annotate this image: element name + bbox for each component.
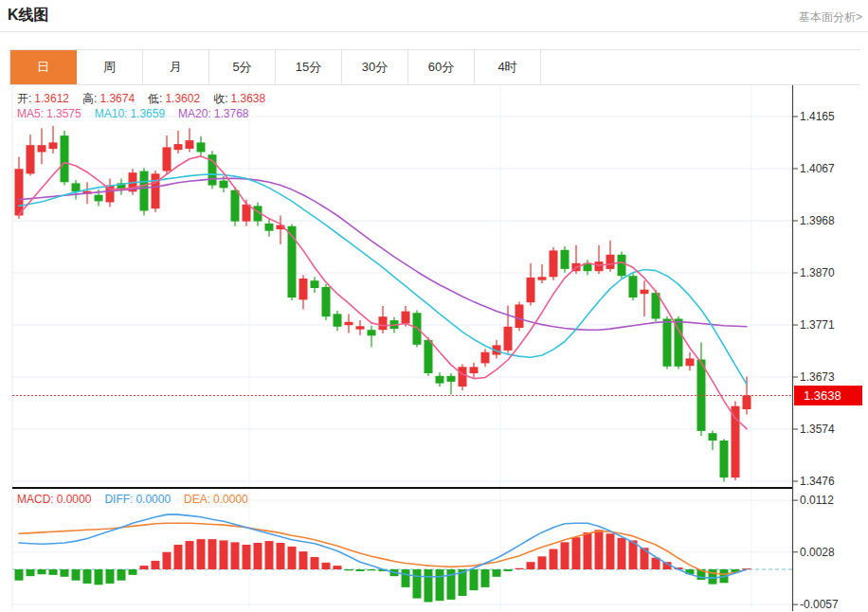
legend-macd-label: MACD:: [17, 493, 54, 506]
legend-macd-value: 0.0000: [213, 493, 248, 506]
candle: [334, 314, 342, 326]
candle: [311, 280, 319, 288]
candle: [61, 135, 69, 182]
macd-bar: [356, 569, 365, 571]
candle: [299, 279, 308, 299]
tab-周[interactable]: 周: [77, 50, 143, 84]
candle: [515, 304, 524, 328]
macd-bar: [49, 569, 58, 575]
macd-bar: [208, 539, 217, 569]
macd-bar: [231, 542, 240, 569]
macd-bar: [140, 566, 149, 569]
macd-bar: [606, 533, 615, 569]
candle: [140, 171, 149, 211]
macd-bar: [425, 569, 433, 602]
legend-ma-value: 1.3575: [46, 107, 81, 120]
macd-bar: [106, 569, 115, 584]
legend-ma-label: MA10:: [95, 107, 128, 120]
candle: [49, 142, 58, 149]
y-axis-label: 1.3673: [800, 370, 835, 384]
candle: [561, 250, 570, 269]
candle: [152, 173, 160, 208]
macd-bar: [572, 537, 581, 569]
candle: [697, 360, 706, 431]
macd-bar: [197, 539, 206, 569]
y-axis-label: 1.3870: [800, 266, 835, 279]
macd-bar: [220, 540, 228, 569]
last-price-tag-label: 1.3638: [804, 388, 841, 403]
legend-ohlc-label: 高:: [82, 92, 97, 105]
macd-legend: MACD:0.0000DIFF:0.0000DEA:0.0000: [17, 493, 262, 506]
tab-4时[interactable]: 4时: [475, 50, 541, 84]
candle: [322, 287, 331, 316]
macd-axis-label: 0.0112: [800, 494, 834, 507]
candle: [174, 144, 183, 150]
candle: [743, 396, 751, 410]
candle: [686, 358, 695, 366]
candle: [163, 147, 172, 171]
macd-bar: [61, 569, 69, 577]
main-panel: [12, 126, 792, 482]
candle: [720, 441, 729, 477]
macd-bar: [470, 569, 479, 590]
candle: [27, 145, 35, 173]
candle: [186, 140, 194, 149]
macd-bar: [584, 532, 592, 569]
tab-5分[interactable]: 5分: [209, 50, 276, 84]
legend-ohlc-value: 1.3674: [99, 92, 135, 105]
candle: [629, 276, 638, 297]
macd-bar: [550, 549, 558, 569]
macd-bar: [129, 569, 137, 575]
macd-bar: [95, 569, 103, 585]
legend-macd-label: DIFF:: [104, 493, 133, 506]
legend-ma-value: 1.3768: [214, 107, 249, 120]
candle: [595, 261, 604, 271]
macd-axis-label: 0.0028: [800, 546, 835, 559]
y-axis-label: 1.3968: [800, 214, 835, 227]
macd-axis-label: -0.0057: [800, 598, 839, 611]
macd-bar: [163, 552, 172, 569]
ma10-line: [19, 174, 747, 385]
y-axis-label: 1.3574: [800, 423, 835, 436]
macd-bar: [72, 569, 81, 581]
macd-bar: [504, 569, 513, 571]
candle: [243, 205, 251, 222]
candle: [38, 145, 46, 152]
macd-bar: [311, 557, 319, 569]
macd-bar: [538, 556, 547, 569]
macd-bar: [118, 569, 126, 581]
candle: [447, 376, 456, 382]
macd-bar: [413, 569, 422, 599]
ma5-line: [19, 156, 747, 429]
macd-bar: [277, 543, 285, 569]
tab-15分[interactable]: 15分: [276, 50, 342, 84]
interval-tabs: 日周月5分15分30分60分4时: [9, 49, 860, 85]
y-axis-label: 1.3771: [800, 318, 835, 332]
candle: [106, 186, 115, 203]
candle: [356, 326, 365, 329]
candle: [504, 327, 513, 351]
candle: [197, 142, 206, 152]
macd-bar: [709, 569, 717, 585]
macd-bar: [186, 541, 194, 569]
macd-bar: [481, 569, 490, 587]
tab-月[interactable]: 月: [143, 50, 209, 84]
legend-macd-label: DEA:: [184, 493, 210, 506]
candle: [265, 224, 274, 231]
macd-bar: [299, 551, 308, 569]
candle: [220, 181, 228, 189]
legend-ohlc-label: 开:: [17, 92, 31, 105]
tab-60分[interactable]: 60分: [408, 50, 475, 84]
macd-panel: [12, 514, 792, 602]
legend-ohlc-value: 1.3602: [165, 92, 200, 105]
candle: [15, 169, 24, 215]
candle: [550, 250, 558, 277]
tab-日[interactable]: 日: [10, 50, 77, 84]
tab-30分[interactable]: 30分: [342, 50, 408, 84]
candle: [368, 330, 376, 335]
candle: [538, 277, 547, 279]
y-axis-label: 1.4165: [800, 110, 835, 123]
macd-bar: [436, 569, 444, 601]
macd-bar: [265, 541, 274, 569]
candle: [732, 406, 740, 477]
